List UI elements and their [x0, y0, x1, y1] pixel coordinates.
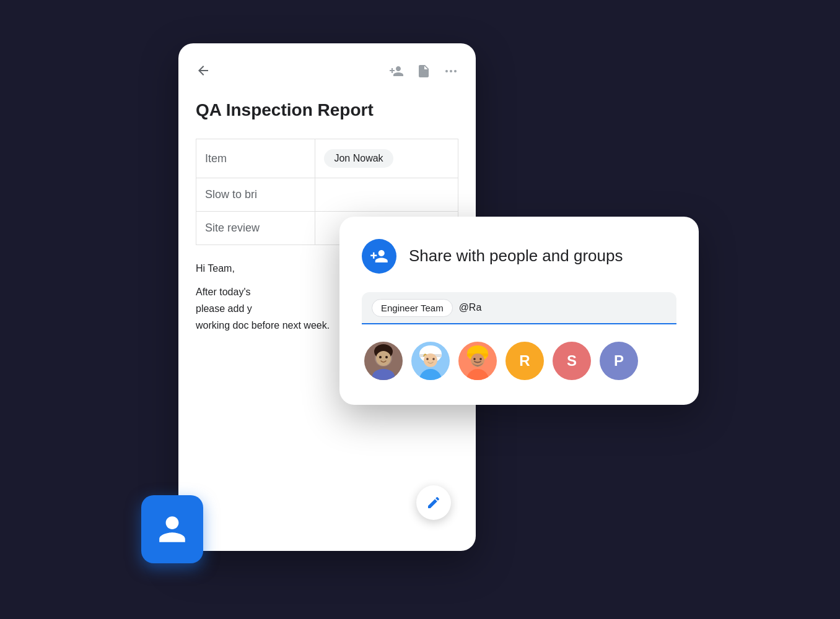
avatar-person-2[interactable]	[411, 342, 450, 380]
svg-point-10	[372, 369, 395, 380]
svg-point-20	[471, 353, 484, 367]
svg-point-22	[479, 358, 482, 360]
document-icon[interactable]	[416, 64, 431, 82]
svg-rect-1	[421, 74, 425, 75]
blue-person-card	[141, 495, 203, 563]
doc-header	[196, 63, 458, 82]
avatar-row: R S P	[362, 342, 676, 380]
svg-point-15	[426, 358, 429, 360]
table-row: Item Jon Nowak	[196, 139, 458, 178]
share-icon-circle	[362, 239, 396, 274]
add-person-icon[interactable]	[389, 64, 404, 82]
share-input[interactable]	[459, 302, 583, 313]
svg-point-4	[454, 70, 457, 72]
svg-point-21	[473, 358, 476, 360]
svg-point-2	[445, 70, 448, 72]
table-cell-site: Site review	[196, 212, 315, 245]
doc-title: QA Inspection Report	[196, 99, 458, 121]
share-title: Share with people and groups	[409, 246, 623, 267]
share-dialog: Share with people and groups Engineer Te…	[339, 217, 699, 405]
svg-point-8	[379, 356, 382, 358]
table-cell-slow: Slow to bri	[196, 178, 315, 212]
edit-icon	[426, 495, 441, 510]
share-person-add-icon	[370, 247, 388, 266]
table-cell-slow-val	[315, 178, 458, 212]
svg-point-9	[385, 356, 388, 358]
svg-point-3	[450, 70, 452, 72]
doc-header-icons	[389, 64, 458, 82]
table-row: Slow to bri	[196, 178, 458, 212]
share-header: Share with people and groups	[362, 239, 676, 274]
avatar-r[interactable]: R	[505, 342, 544, 380]
svg-rect-0	[421, 72, 426, 73]
person-icon	[156, 513, 188, 545]
avatar-p[interactable]: P	[600, 342, 638, 380]
more-menu-icon[interactable]	[444, 64, 458, 82]
svg-point-11	[419, 369, 442, 380]
svg-point-16	[432, 358, 435, 360]
engineer-team-chip[interactable]: Engineer Team	[372, 299, 453, 317]
avatar-s[interactable]: S	[553, 342, 591, 380]
share-input-area[interactable]: Engineer Team	[362, 292, 676, 324]
svg-point-7	[376, 351, 391, 366]
avatar-person-3[interactable]	[458, 342, 497, 380]
back-button[interactable]	[196, 63, 211, 82]
jon-badge: Jon Nowak	[324, 149, 393, 168]
table-cell-jon: Jon Nowak	[315, 139, 458, 178]
svg-point-17	[466, 369, 489, 380]
edit-fab-button[interactable]	[416, 485, 451, 520]
scene: QA Inspection Report Item Jon Nowak Slow…	[141, 43, 699, 576]
table-cell-item: Item	[196, 139, 315, 178]
avatar-person-1[interactable]	[364, 342, 403, 380]
